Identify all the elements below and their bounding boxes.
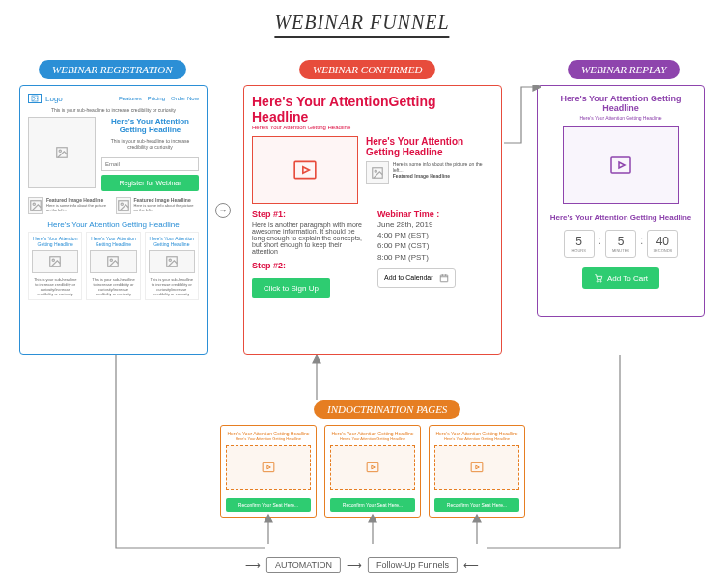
tag-replay: WEBINAR REPLAY (568, 60, 680, 79)
svg-point-7 (121, 203, 123, 205)
headline: Here's Your AttentionGetting Headline (252, 94, 493, 125)
image-placeholder-icon (28, 117, 96, 188)
image-placeholder-icon (366, 161, 389, 184)
svg-point-11 (111, 259, 113, 261)
nav-pricing[interactable]: Pricing (148, 96, 165, 101)
section-headline: Here's Your Attention Getting Headline (28, 220, 199, 229)
webinar-date: June 28th, 2019 (377, 219, 493, 230)
register-button[interactable]: Register for Webinar (101, 175, 199, 191)
subheadline: Here's Your Attention Getting Headline (545, 115, 696, 121)
add-calendar-button[interactable]: Add to Calendar (377, 268, 456, 288)
svg-point-17 (375, 170, 376, 172)
tag-registration: WEBINAR REGISTRATION (39, 60, 186, 79)
video-placeholder-icon[interactable] (563, 126, 679, 204)
image-placeholder-icon (32, 250, 78, 273)
logo-icon (28, 94, 42, 103)
svg-point-24 (597, 281, 598, 282)
svg-rect-14 (294, 161, 316, 178)
confirmed-card: Here's Your AttentionGetting Headline He… (243, 85, 502, 355)
svg-marker-40 (473, 515, 481, 522)
replay-card: Here's Your Attention Getting Headline H… (537, 85, 705, 317)
image-placeholder-icon (116, 197, 131, 214)
svg-marker-36 (265, 515, 272, 522)
registration-card: Logo Features Pricing Order Now This is … (19, 85, 208, 355)
cart-icon (594, 273, 603, 283)
feature-1: Featured Image HeadlineHere is some info… (28, 197, 112, 214)
subheadline-2: This is your sub-headline to increase cr… (101, 138, 199, 150)
mini-card: Here's Your Attention Getting HeadlineTh… (86, 232, 140, 300)
page-title: WEBINAR FUNNEL (274, 12, 449, 38)
nav-order[interactable]: Order Now (171, 96, 199, 101)
logo-text: Logo (45, 95, 63, 103)
svg-point-13 (169, 259, 171, 261)
nav: Features Pricing Order Now (119, 96, 199, 101)
step-1-label: Step #1: (252, 210, 368, 219)
svg-marker-23 (619, 162, 625, 168)
webinar-time-label: Webinar Time : (377, 210, 493, 219)
svg-marker-38 (369, 515, 376, 522)
svg-marker-15 (303, 167, 310, 174)
time-pst: 8:00 PM (PST) (377, 252, 493, 263)
mini-card: Here's Your Attention Getting HeadlineTh… (145, 232, 199, 300)
countdown: 5HOURS : 5MINUTES : 40SECONDS (545, 230, 696, 258)
svg-point-5 (33, 203, 35, 205)
svg-point-1 (33, 97, 34, 98)
svg-rect-22 (611, 157, 630, 173)
svg-point-9 (52, 259, 54, 261)
time-cst: 6:00 PM (CST) (377, 240, 493, 251)
step-2-label: Step #2: (252, 261, 368, 270)
arrow-right-icon: → (215, 203, 231, 218)
arrow-flow-lines (19, 355, 714, 568)
image-placeholder-icon (149, 250, 195, 273)
paragraph: Here is another paragraph with more awes… (252, 221, 368, 255)
arrow-right-icon: ⟶ (245, 559, 261, 572)
tag-confirmed: WEBINAR CONFIRMED (299, 60, 435, 79)
mini-card: Here's Your Attention Getting HeadlineTh… (28, 232, 82, 300)
email-input[interactable] (101, 157, 199, 171)
video-placeholder-icon[interactable] (252, 136, 358, 204)
calendar-icon (439, 273, 449, 283)
arrow-connector (502, 85, 541, 355)
subheadline: Here's Your Attention Getting Headline (252, 125, 493, 130)
svg-marker-34 (533, 85, 541, 91)
arrow-left-icon: ⟵ (463, 559, 479, 572)
headline: Here's Your Attention Getting Headline (545, 94, 696, 113)
signup-button[interactable]: Click to Sign Up (252, 278, 330, 298)
image-placeholder-icon (90, 250, 136, 273)
image-placeholder-icon (28, 197, 43, 214)
side-headline: Here's Your Attention Getting Headline (366, 136, 493, 157)
headline: Here's Your Attention Getting Headline (101, 117, 199, 134)
add-to-cart-button[interactable]: Add To Cart (582, 267, 659, 289)
svg-rect-18 (440, 275, 448, 282)
arrow-right-icon: ⟶ (347, 559, 362, 572)
followup-label: Follow-Up Funnels (368, 557, 458, 573)
svg-point-3 (59, 150, 61, 152)
svg-point-25 (600, 281, 601, 282)
automation-label: AUTOMATION (266, 557, 341, 573)
bottom-flow: ⟶ AUTOMATION ⟶ Follow-Up Funnels ⟵ (245, 557, 479, 573)
subheadline: This is your sub-headline to increase cr… (28, 107, 199, 113)
time-est: 4:00 PM (EST) (377, 230, 493, 240)
feature-2: Featured Image HeadlineHere is some info… (116, 197, 200, 214)
nav-features[interactable]: Features (119, 96, 142, 101)
headline-2: Here's Your Attention Getting Headline (545, 213, 696, 222)
